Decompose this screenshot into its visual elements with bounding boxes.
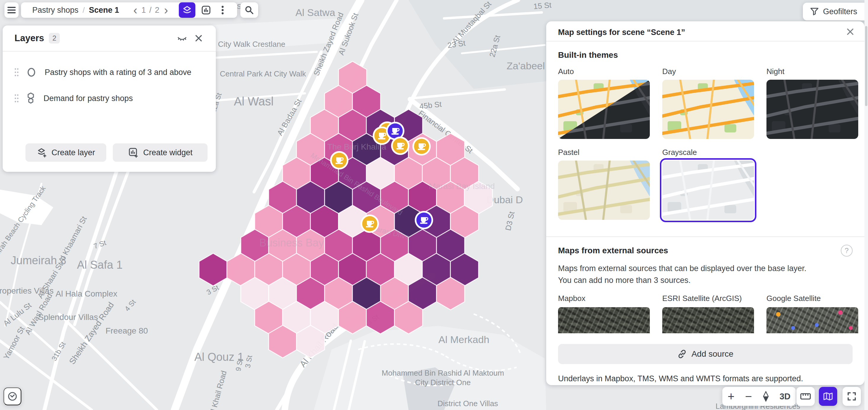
layers-toggle-button[interactable] (179, 2, 195, 18)
map-label: City District One (415, 378, 471, 387)
help-icon[interactable]: ? (841, 245, 852, 257)
shop-marker-yellow[interactable] (412, 137, 431, 155)
map-label: Al Satwa (296, 7, 335, 18)
source-name: ESRI Satellite (ArcGIS) (662, 294, 754, 303)
theme-thumbnail[interactable] (662, 160, 754, 220)
source-thumbnail[interactable] (558, 307, 650, 333)
next-scene-button[interactable]: › (160, 4, 172, 16)
geofilters-label: Geofilters (823, 7, 857, 16)
search-icon (245, 5, 254, 15)
formats-footnote: Underlays in Mapbox, TMS, WMS and WMTS f… (558, 374, 852, 383)
theme-thumbnail[interactable] (558, 160, 650, 220)
theme-option-auto[interactable]: Auto (558, 67, 650, 139)
scene-toolbar: Pastry shops / Scene 1 ‹ 1 / 2 › (21, 2, 237, 18)
prev-scene-button[interactable]: ‹ (129, 4, 141, 16)
shop-marker-blue[interactable] (415, 211, 433, 229)
layers-panel-close-button[interactable] (190, 31, 207, 45)
theme-option-grayscale[interactable]: Grayscale (662, 148, 754, 220)
map-label: District One Villas (438, 399, 498, 408)
theme-thumbnail[interactable] (767, 80, 858, 139)
map-label: Splendour Villas (38, 313, 98, 322)
layers-panel: Layers 2 Pastry shops with a rating of 3… (3, 26, 216, 172)
source-option-google-satellite[interactable]: Google Satellite (767, 294, 858, 333)
shop-marker-yellow[interactable] (361, 214, 379, 233)
create-layer-label: Create layer (52, 148, 95, 157)
link-icon (677, 349, 687, 359)
toggle-3d-button[interactable]: 3D (779, 392, 790, 402)
drag-handle-icon[interactable] (14, 68, 19, 77)
theme-option-night[interactable]: Night (767, 67, 858, 139)
divider (546, 236, 864, 237)
compass-icon (763, 391, 769, 402)
zoom-out-button[interactable]: − (745, 390, 752, 403)
create-widget-label: Create widget (143, 148, 193, 157)
basemap-button[interactable] (819, 387, 837, 406)
external-sources-title: Maps from external sources (558, 246, 668, 255)
scene-name[interactable]: Scene 1 (89, 6, 119, 15)
create-widget-icon (128, 147, 138, 158)
scrollbar-thumb[interactable] (865, 26, 867, 106)
settings-close-button[interactable] (846, 28, 855, 37)
shop-marker-yellow[interactable] (391, 137, 409, 155)
geofilters-button[interactable]: Geofilters (803, 3, 868, 21)
ruler-icon (800, 392, 811, 400)
zoom-in-button[interactable]: + (728, 390, 735, 403)
theme-thumbnail[interactable] (662, 80, 754, 139)
map-settings-panel: Map settings for scene “Scene 1” Built-i… (546, 21, 864, 385)
main-menu-button[interactable] (4, 2, 19, 18)
layers-panel-title: Layers (14, 33, 44, 43)
map-label: Central Park At City Walk (220, 69, 306, 78)
layer-item-label: Demand for pastry shops (43, 94, 133, 103)
more-menu-button[interactable] (214, 2, 231, 18)
layers-count-badge: 2 (49, 33, 60, 43)
close-icon (195, 34, 203, 42)
source-thumbnail[interactable] (662, 307, 754, 333)
layer-item-label: Pastry shops with a rating of 3 and abov… (45, 68, 191, 77)
source-name: Google Satellite (767, 294, 858, 303)
project-name[interactable]: Pastry shops (32, 6, 79, 15)
map-label: Al Hala Complex (56, 289, 118, 298)
map-icon (823, 392, 833, 401)
theme-name: Pastel (558, 148, 650, 157)
app-root: Amalfi Villas by MeraasAl SatwaCity Walk… (0, 0, 868, 410)
toggle-all-layers-button[interactable] (174, 31, 190, 45)
theme-name: Night (767, 67, 858, 76)
close-icon (846, 28, 855, 36)
kebab-icon (221, 5, 224, 15)
map-label: Business Bay (259, 237, 324, 249)
create-widget-button[interactable]: Create widget (113, 143, 208, 162)
layer-item-1[interactable]: Demand for pastry shops (3, 85, 216, 111)
map-label: Al Safa 1 (77, 259, 123, 271)
layer-item-0[interactable]: Pastry shops with a rating of 3 and abov… (3, 59, 216, 85)
time-button[interactable] (4, 387, 21, 405)
breadcrumb-separator: / (83, 6, 85, 15)
themes-grid: AutoDayNightPastelGrayscale (558, 67, 852, 220)
shop-marker-yellow[interactable] (330, 151, 348, 170)
drag-handle-icon[interactable] (14, 94, 19, 103)
hamburger-icon (7, 6, 16, 14)
builtin-themes-title: Built-in themes (558, 50, 852, 60)
create-layer-icon (37, 148, 47, 157)
map-label: Marasi Bay Island (429, 182, 495, 191)
compass-button[interactable] (763, 391, 769, 402)
window-scrollbar[interactable] (864, 0, 868, 410)
source-name: Mapbox (558, 294, 650, 303)
map-label: City Walk Crestlane (218, 40, 285, 49)
theme-thumbnail[interactable] (558, 80, 650, 139)
widgets-button[interactable] (198, 2, 214, 18)
map-label: Mohammed Bin Rashid Al Maktoum (381, 369, 504, 377)
layers-panel-header: Layers 2 (3, 26, 216, 52)
theme-option-day[interactable]: Day (662, 67, 754, 139)
search-button[interactable] (240, 2, 258, 18)
create-layer-button[interactable]: Create layer (26, 143, 106, 162)
add-source-button[interactable]: Add source (558, 344, 852, 364)
source-option-esri-satellite-arcgis-[interactable]: ESRI Satellite (ArcGIS) (662, 294, 754, 333)
settings-title: Map settings for scene “Scene 1” (558, 28, 685, 37)
circle-icon (26, 67, 36, 77)
source-option-mapbox[interactable]: Mapbox (558, 294, 650, 333)
source-thumbnail[interactable] (767, 307, 858, 333)
settings-header: Map settings for scene “Scene 1” (546, 21, 864, 41)
theme-option-pastel[interactable]: Pastel (558, 148, 650, 220)
fullscreen-button[interactable] (842, 387, 861, 406)
measure-button[interactable] (796, 387, 815, 406)
